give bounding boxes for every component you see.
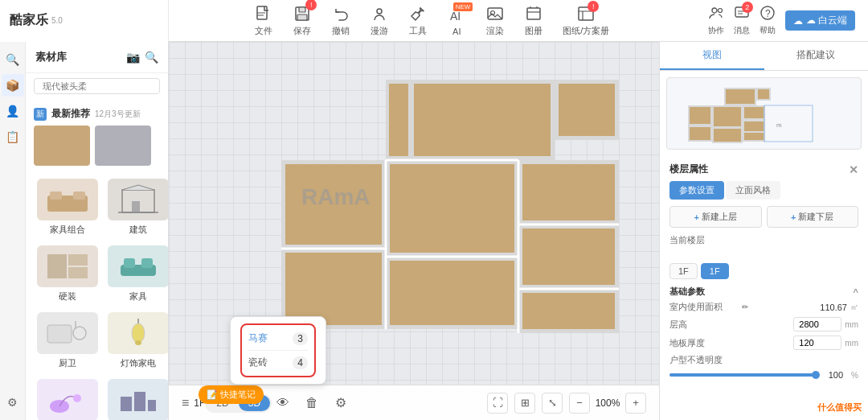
help-btn[interactable]: ? 帮助 — [760, 5, 776, 36]
filter-input[interactable] — [34, 78, 160, 94]
search-icon[interactable]: 🔍 — [145, 51, 158, 64]
category-public[interactable]: 公装 — [103, 374, 169, 420]
floor-1f-b[interactable]: 1F — [701, 263, 729, 279]
undo-label: 撤销 — [332, 25, 350, 37]
category-lighting[interactable]: 灯饰家电 — [103, 307, 169, 374]
floor-popup: 马赛 3 瓷砖 4 — [230, 316, 326, 385]
expand-btn[interactable]: ⛶ — [487, 393, 508, 414]
settings-bottom-btn[interactable]: ⚙ — [330, 392, 352, 414]
category-furniture[interactable]: 家具 — [103, 241, 169, 307]
svg-rect-87 — [690, 127, 710, 140]
furniture-combo-label: 家具组合 — [50, 224, 85, 236]
sidebar-icon-user[interactable]: 👤 — [2, 100, 24, 122]
svg-rect-17 — [73, 191, 85, 200]
opacity-slider[interactable] — [669, 373, 816, 377]
sidebar-icon-search[interactable]: 🔍 — [2, 48, 24, 71]
props-tab-params[interactable]: 参数设置 — [669, 181, 724, 200]
floor-note — [669, 249, 858, 258]
toolbar-save[interactable]: ! 保存 — [286, 1, 318, 40]
featured-img-2[interactable] — [95, 126, 151, 166]
toolbar-album[interactable]: 图册 — [518, 1, 550, 40]
params-collapse-icon[interactable]: ^ — [854, 287, 858, 297]
category-architecture[interactable]: 建筑 — [103, 174, 169, 241]
collab-btn[interactable]: 协作 — [708, 5, 724, 36]
floor-1f-a[interactable]: 1F — [669, 263, 698, 279]
toolbar-blueprint[interactable]: ! 图纸/方案册 — [556, 1, 616, 40]
fullscreen-btn[interactable]: ⤡ — [542, 393, 563, 414]
filter-row — [26, 73, 168, 99]
create-lower-btn[interactable]: + 新建下层 — [767, 206, 859, 228]
plus-icon-down: + — [791, 212, 796, 222]
svg-rect-22 — [68, 254, 88, 266]
toolbar-roam[interactable]: 漫游 — [363, 1, 395, 40]
category-bathroom[interactable]: 厨卫 — [32, 307, 103, 374]
svg-rect-58 — [285, 253, 382, 325]
save-icon: ! — [293, 4, 312, 23]
architecture-img — [108, 179, 169, 220]
message-btn[interactable]: 2 消息 — [734, 5, 750, 36]
area-label: 室内使用面积 — [669, 301, 742, 313]
delete-btn[interactable]: 🗑 — [301, 392, 323, 414]
toolbar-undo[interactable]: 撤销 — [325, 1, 357, 40]
area-unit: ㎡ — [850, 302, 858, 313]
area-edit-icon[interactable]: ✏ — [742, 303, 748, 311]
svg-rect-16 — [50, 191, 62, 200]
category-grid: 家具组合 建筑 硬装 家具 厨卫 — [26, 171, 168, 420]
bottom-right-group: 📝 快捷笔记 ⛶ ⊞ ⤡ − 100% + — [416, 393, 646, 414]
svg-text:RAmA: RAmA — [301, 184, 371, 209]
sidebar-icon-list[interactable]: 📋 — [2, 126, 24, 148]
popup-mosaic-label: 马赛 — [248, 331, 268, 345]
featured-title: 最新推荐 — [51, 107, 90, 121]
minimap-svg: m — [676, 81, 853, 146]
zoom-controls: − 100% + — [569, 393, 646, 414]
lighting-label: 灯饰家电 — [121, 357, 156, 369]
svg-rect-23 — [68, 267, 88, 278]
category-hardfit[interactable]: 硬装 — [32, 241, 103, 307]
featured-img-1[interactable] — [34, 126, 90, 166]
height-input[interactable] — [793, 317, 841, 331]
tools-label: 工具 — [409, 25, 427, 37]
sidebar-icon-settings[interactable]: ⚙ — [2, 391, 24, 414]
watermark: 什么值得买 — [817, 401, 862, 414]
toolbar-file[interactable]: 文件 — [248, 1, 280, 40]
svg-point-10 — [712, 8, 717, 13]
svg-rect-56 — [522, 229, 615, 285]
svg-rect-91 — [744, 133, 764, 140]
message-icon: 2 — [734, 5, 750, 25]
eye-btn[interactable]: 👁 — [272, 392, 294, 414]
collapse-icon[interactable]: ✕ — [849, 163, 858, 176]
sidebar-icon-material[interactable]: 📦 — [2, 74, 24, 97]
tab-style[interactable]: 搭配建议 — [764, 42, 869, 70]
toolbar-render[interactable]: 渲染 — [479, 1, 511, 40]
cloud-save-btn[interactable]: ☁ ☁ 白云端 — [785, 10, 855, 31]
tab-view[interactable]: 视图 — [660, 42, 764, 70]
right-panel-tabs: 视图 搭配建议 — [660, 42, 868, 71]
ai-badge: NEW — [453, 2, 473, 11]
sidebar-search-area: 📷 🔍 — [126, 51, 158, 64]
album-label: 图册 — [525, 25, 542, 37]
grid-btn[interactable]: ⊞ — [514, 393, 535, 414]
opacity-slider-thumb[interactable] — [812, 371, 820, 379]
popup-item-mosaic[interactable]: 马赛 3 — [248, 328, 308, 348]
toolbar-tools[interactable]: 工具 — [402, 1, 434, 40]
svg-point-11 — [718, 9, 722, 13]
quick-notes-btn[interactable]: 📝 快捷笔记 — [199, 385, 264, 404]
create-upper-btn[interactable]: + 新建上层 — [669, 206, 762, 228]
floor-thickness-input[interactable] — [793, 336, 841, 350]
category-decor[interactable]: 陈设饰品 — [32, 374, 103, 420]
zoom-out-btn[interactable]: − — [569, 393, 590, 414]
undo-icon — [331, 4, 350, 23]
featured-section: 新 最新推荐 12月3号更新 — [26, 99, 168, 171]
tools-icon — [408, 4, 428, 23]
category-furniture-combo[interactable]: 家具组合 — [32, 174, 103, 241]
render-icon — [485, 4, 505, 23]
toolbar-ai[interactable]: AI NEW AI — [440, 2, 473, 39]
hardfit-label: 硬装 — [59, 290, 76, 303]
popup-item-tile[interactable]: 瓷砖 4 — [248, 352, 308, 373]
hardfit-img — [37, 245, 98, 287]
props-tab-style[interactable]: 立面风格 — [726, 181, 780, 200]
zoom-in-btn[interactable]: + — [625, 393, 646, 414]
camera-icon[interactable]: 📷 — [126, 51, 140, 64]
minimap[interactable]: m — [666, 77, 862, 150]
collab-label: 协作 — [708, 25, 724, 36]
